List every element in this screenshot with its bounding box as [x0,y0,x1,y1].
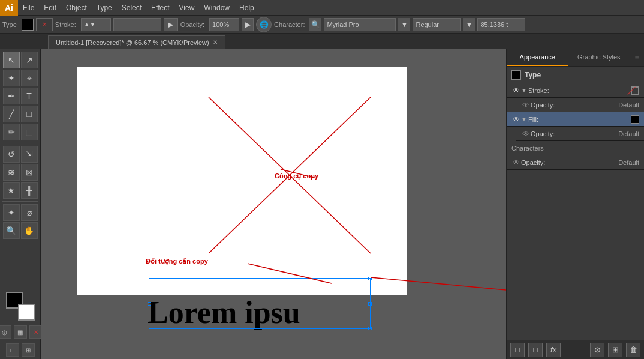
stroke-arrows: ▲▼ [84,21,96,28]
ap-footer: □ □ fx ⊘ ⊞ 🗑 [507,340,644,359]
panel-menu-btn[interactable]: ≡ [630,49,644,66]
menu-effect[interactable]: Effect [146,0,174,15]
font-input[interactable] [324,18,396,31]
opacity-label: Opacity: [180,21,204,28]
rotate-tool[interactable]: ↺ [3,146,20,163]
ap-fill-row[interactable]: 👁 ▼ Fill: [507,112,644,127]
ap-opacity1-value: Default [618,101,639,109]
toolbar: Type ✕ Stroke: ▲▼ ▶ Opacity: ▶ 🌐 Charact… [0,16,644,34]
color-swatch[interactable] [22,19,34,31]
tab-graphic-styles[interactable]: Graphic Styles [568,49,630,66]
eraser-tool[interactable]: ◫ [21,124,38,140]
column-graph-tool[interactable]: ╫ [21,182,38,199]
font-dropdown-btn[interactable]: ▼ [398,18,410,31]
zoom-tool[interactable]: 🔍 [3,222,20,239]
background-color[interactable] [18,304,35,321]
ap-opacity2-eye[interactable]: 👁 [521,129,531,139]
scale-tool[interactable]: ⇲ [21,146,38,163]
main-area: ↖ ↗ ✦ ⌖ ✒ T ╱ □ ✏ ◫ ↺ ⇲ ≋ ⊠ ★ ╫ [0,49,644,359]
ap-opacity1-eye[interactable]: 👁 [521,100,531,110]
menu-view[interactable]: View [174,0,200,15]
ap-opacity2-row: 👁 Opacity: Default [516,127,644,141]
symbol-tool[interactable]: ★ [3,182,20,199]
menu-type[interactable]: Type [92,0,117,15]
ap-add-btn[interactable]: ⊞ [608,343,622,357]
eyedropper-tool[interactable]: ✦ [3,204,20,221]
ap-delete-btn[interactable]: 🗑 [626,343,640,357]
handle-tl[interactable] [148,277,151,280]
hand-tool[interactable]: ✋ [21,222,38,239]
menu-object[interactable]: Object [61,0,92,15]
normal-view-btn[interactable]: □ [6,343,19,357]
ap-fx-btn[interactable]: fx [546,343,561,357]
document-tab[interactable]: Untitled-1 [Recovered]* @ 66.67 % (CMYK/… [48,35,225,49]
ap-square-btn-1[interactable]: □ [510,343,525,357]
character-label: Character: [274,21,305,28]
tab-title: Untitled-1 [Recovered]* @ 66.67 % (CMYK/… [56,39,209,46]
ai-logo: Ai [0,0,18,16]
font-size-input[interactable] [477,18,525,31]
ap-opacity3-label: Opacity: [521,159,618,166]
ap-stroke-swatch[interactable] [631,86,639,95]
tabbar: Untitled-1 [Recovered]* @ 66.67 % (CMYK/… [0,34,644,49]
tools-separator-1 [2,143,38,143]
menu-select[interactable]: Select [117,0,146,15]
selection-tool[interactable]: ↖ [3,52,20,68]
font-style-input[interactable] [413,18,461,31]
tab-close-btn[interactable]: ✕ [213,39,218,46]
ap-circle-no-btn[interactable]: ⊘ [590,343,604,357]
tool-row-4: ╱ □ [3,106,38,122]
handle-tr[interactable] [368,277,372,280]
right-panel: Appearance Graphic Styles ≡ Type 👁 ▼ Str… [506,49,644,359]
menu-help[interactable]: Help [234,0,259,15]
menubar: Ai File Edit Object Type Select Effect V… [0,0,644,16]
tool-row-6: ↺ ⇲ [3,146,38,163]
ap-fill-eye[interactable]: 👁 [511,115,521,124]
handle-bm[interactable] [258,327,261,330]
ap-opacity2-value: Default [618,130,639,137]
paint-tool[interactable]: ✏ [3,124,20,140]
full-view-btn[interactable]: ⊞ [22,343,35,357]
free-transform-tool[interactable]: ⊠ [21,164,38,181]
ap-opacity3-eye[interactable]: 👁 [511,158,521,167]
gradient-btn[interactable]: ▦ [14,325,27,339]
tool-row-9: ✦ ⌀ [3,204,38,221]
tab-appearance[interactable]: Appearance [507,49,568,66]
handle-br[interactable] [368,327,372,330]
menu-items: File Edit Object Type Select Effect View… [18,0,259,15]
magic-wand-tool[interactable]: ✦ [3,70,20,86]
color-swatches [6,292,35,321]
type-tool[interactable]: T [21,88,38,104]
menu-file[interactable]: File [18,0,39,15]
canvas [77,67,407,295]
stroke-control[interactable]: ▲▼ [81,18,111,31]
stroke-value-input[interactable] [113,18,161,31]
handle-mr[interactable] [368,302,372,306]
handle-ml[interactable] [148,302,151,306]
color-mode-buttons: ◎ ▦ ✕ [0,325,43,339]
handle-tm[interactable] [258,277,261,280]
opacity-input[interactable] [209,18,239,31]
ap-square-btn-2[interactable]: □ [528,343,543,357]
line-tool[interactable]: ╱ [3,106,20,122]
handle-bl[interactable] [148,327,151,330]
lasso-tool[interactable]: ⌖ [21,70,38,86]
color-picker-btn[interactable]: ✕ [36,18,53,31]
warp-tool[interactable]: ≋ [3,164,20,181]
tools-separator-2 [2,201,38,202]
menu-edit[interactable]: Edit [39,0,61,15]
opacity-expand-btn[interactable]: ▶ [242,18,254,31]
measure-tool[interactable]: ⌀ [21,204,38,221]
stroke-expand-btn[interactable]: ▶ [164,18,178,31]
ap-type-header: Type [507,67,644,83]
pen-tool[interactable]: ✒ [3,88,20,104]
menu-window[interactable]: Window [199,0,234,15]
ap-stroke-arrow: ▼ [521,87,527,94]
rect-tool[interactable]: □ [21,106,38,122]
appearance-content: Type 👁 ▼ Stroke: 👁 Opacity: Default 👁 [507,67,644,340]
ap-stroke-eye[interactable]: 👁 [511,86,521,95]
color-mode-btn[interactable]: ◎ [0,325,11,339]
direct-selection-tool[interactable]: ↗ [21,52,38,68]
ap-fill-swatch[interactable] [631,115,639,124]
style-dropdown-btn[interactable]: ▼ [463,18,475,31]
